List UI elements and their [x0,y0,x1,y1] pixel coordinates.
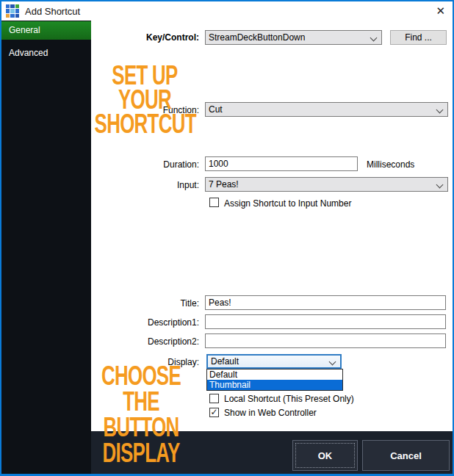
web-controller-checkbox[interactable]: ✓ [209,408,219,417]
local-shortcut-checkbox[interactable] [209,394,219,403]
annotation-line: DISPLAY [91,440,192,466]
title-label: Title: [180,298,199,309]
display-dropdown-popup: Default Thumbnail [206,369,343,391]
chevron-down-icon [436,107,444,114]
description1-label: Description1: [148,317,199,328]
input-value: 7 Peas! [209,179,239,190]
assign-shortcut-checkbox[interactable] [209,198,219,207]
description2-input[interactable] [205,333,446,348]
titlebar: Add Shortcut ✕ [1,1,453,21]
annotation-choose-the-button-display: CHOOSE THE BUTTON DISPLAY [91,363,192,466]
function-value: Cut [209,104,223,115]
app-grid-icon [6,4,19,18]
display-value: Default [211,356,239,367]
ok-button-label: OK [318,450,333,461]
window-title: Add Shortcut [25,6,80,17]
annotation-line: SHORTCUT [95,112,195,136]
local-shortcut-label: Local Shortcut (This Preset Only) [224,394,354,404]
find-button[interactable]: Find ... [390,30,447,45]
annotation-set-up-your-shortcut: SET UP YOUR SHORTCUT [95,63,195,136]
chevron-down-icon [329,358,336,366]
annotation-line: BUTTON [91,414,192,440]
display-option-thumbnail[interactable]: Thumbnail [207,380,342,390]
close-icon[interactable]: ✕ [436,4,445,18]
checkmark-icon: ✓ [210,407,217,417]
cancel-button[interactable]: Cancel [362,440,450,471]
display-option-default[interactable]: Default [207,369,342,380]
add-shortcut-dialog: Add Shortcut ✕ General Advanced Key/Cont… [0,0,454,476]
sidebar-item-advanced[interactable]: Advanced [1,44,91,62]
display-dropdown[interactable]: Default [206,354,342,369]
key-control-value: StreamDeckButtonDown [209,32,305,43]
duration-unit-label: Milliseconds [367,159,414,170]
cancel-button-label: Cancel [390,450,422,461]
description1-input[interactable] [205,314,446,329]
key-control-dropdown[interactable]: StreamDeckButtonDown [205,30,382,45]
annotation-line: CHOOSE [91,363,192,389]
title-input[interactable] [205,295,446,310]
web-controller-label: Show in Web Controller [224,408,317,418]
ok-button[interactable]: OK [292,440,358,471]
duration-label: Duration: [163,159,199,170]
chevron-down-icon [370,35,378,42]
sidebar: General Advanced [1,21,91,474]
description2-label: Description2: [148,336,199,347]
chevron-down-icon [436,181,444,189]
assign-shortcut-label: Assign Shortcut to Input Number [224,198,351,209]
sidebar-item-general[interactable]: General [1,21,91,40]
function-dropdown[interactable]: Cut [205,102,448,117]
input-label: Input: [177,180,199,190]
duration-input[interactable] [205,156,358,171]
annotation-line: THE [91,389,192,414]
find-button-label: Find ... [405,32,432,43]
input-dropdown[interactable]: 7 Peas! [205,177,448,192]
key-control-label: Key/Control: [146,32,199,43]
